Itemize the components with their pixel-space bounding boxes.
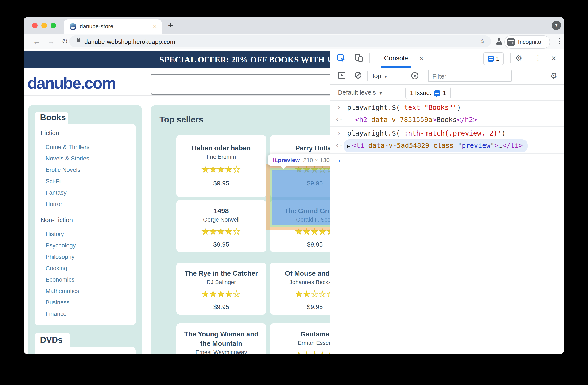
toolbar-divider: [397, 87, 397, 97]
sidebar-dvds-card: Fiction: [35, 347, 136, 354]
browser-tab[interactable]: danube-store ×: [64, 20, 162, 34]
log-levels-dropdown[interactable]: Default levels▼: [338, 84, 383, 101]
console-token: [429, 141, 433, 149]
sidebar-category-link[interactable]: Economics: [41, 274, 130, 285]
sidebar-books-tab[interactable]: Books: [35, 112, 68, 124]
product-card[interactable]: 1498Gorge Norwell★★★★★$9.95: [176, 200, 266, 252]
product-rating-stars: ★★★★★: [176, 165, 266, 174]
console-token: >: [432, 116, 436, 124]
sidebar-dvds-tab[interactable]: DVDs: [35, 333, 70, 347]
context-selector[interactable]: top▼: [373, 68, 388, 85]
sidebar-category-link[interactable]: Cooking: [41, 263, 130, 274]
toolbar-divider: [545, 71, 545, 81]
product-card[interactable]: Haben oder habenFric Eromm★★★★★$9.95: [176, 135, 266, 197]
star-filled-icon: ★: [225, 227, 233, 236]
devtools-tab-console[interactable]: Console: [379, 49, 413, 68]
clear-console-icon[interactable]: [355, 72, 361, 79]
category-sidebar: Books FictionCrime & ThrillersNovels & S…: [28, 105, 142, 354]
devtools-close-icon[interactable]: ×: [551, 49, 556, 68]
star-empty-icon: ★: [233, 290, 241, 298]
site-logo[interactable]: danube.com: [27, 74, 116, 92]
devtools-panel: Console » 1 ⚙ ⋮ × top▼: [330, 49, 564, 354]
console-result[interactable]: ‹· <h2 data-v-7851559a>Books</h2>: [330, 113, 564, 126]
console-filter-input[interactable]: [428, 70, 512, 82]
inspect-tooltip-class: .preview: [276, 157, 300, 163]
close-window-button[interactable]: [32, 23, 38, 28]
incognito-badge[interactable]: Incognito: [504, 35, 550, 48]
console-token: >: [494, 141, 498, 149]
url-input[interactable]: [84, 35, 465, 48]
tab-strip: danube-store × + ▼: [24, 17, 564, 34]
back-button[interactable]: ←: [33, 34, 41, 49]
inspect-element-icon[interactable]: [337, 54, 345, 63]
sidebar-category-link[interactable]: Sci-Fi: [41, 176, 130, 187]
console-token: Books: [436, 116, 457, 124]
star-filled-icon: ★: [210, 165, 217, 174]
experiments-flask-icon[interactable]: [496, 38, 502, 45]
product-card[interactable]: The Young Woman and the MountainErnest W…: [176, 323, 266, 354]
new-tab-button[interactable]: +: [168, 17, 173, 34]
devtools-main-toolbar: Console » 1 ⚙ ⋮ ×: [330, 49, 564, 68]
star-filled-icon: ★: [225, 290, 233, 298]
console-sidebar-toggle-icon[interactable]: [338, 72, 345, 79]
console-token: data-v-7851559a: [371, 116, 432, 124]
sidebar-category-link[interactable]: Philosophy: [41, 251, 130, 263]
sidebar-books-card: FictionCrime & ThrillersNovels & Stories…: [35, 124, 136, 325]
devtools-settings-gear-icon[interactable]: ⚙: [515, 49, 522, 68]
inspect-tooltip-arrow: [280, 165, 287, 169]
console-toolbar: top▼ ⚙: [330, 68, 564, 85]
device-toolbar-icon[interactable]: [355, 54, 363, 62]
console-token: playwright.$(: [347, 129, 400, 137]
product-author: Fric Eromm: [176, 154, 266, 160]
console-filter-bar: Default levels▼ 1 Issue: 1: [330, 84, 564, 101]
sidebar-category-link[interactable]: Novels & Stories: [41, 153, 130, 164]
forward-button[interactable]: →: [47, 34, 55, 49]
star-filled-icon: ★: [217, 227, 225, 236]
sidebar-category-link[interactable]: Finance: [41, 308, 130, 319]
console-token: ':nth-match(.preview, 2)': [400, 129, 502, 137]
console-token: </li>: [502, 141, 523, 149]
zoom-window-button[interactable]: [51, 23, 56, 28]
reload-button[interactable]: ↻: [62, 34, 68, 49]
console-token: preview: [462, 141, 490, 149]
issues-button[interactable]: 1: [483, 52, 504, 65]
console-token: …: [498, 141, 502, 149]
console-settings-gear-icon[interactable]: ⚙: [550, 68, 557, 84]
console-token: =: [454, 141, 458, 149]
hovered-result-highlight[interactable]: ▶<li data-v-5ad54829 class="preview">…</…: [344, 139, 528, 152]
tab-title: danube-store: [80, 20, 113, 34]
tab-close-icon[interactable]: ×: [153, 20, 157, 34]
screen: danube-store × + ▼ ← → ↻ ☆ Incognito ⋮: [0, 0, 588, 385]
star-empty-icon: ★: [233, 227, 241, 236]
sidebar-category-link[interactable]: Mathematics: [41, 285, 130, 297]
devtools-menu-icon[interactable]: ⋮: [534, 49, 542, 68]
more-tabs-icon[interactable]: »: [420, 49, 424, 68]
product-price: $9.95: [176, 303, 266, 310]
tab-search-chevron-icon[interactable]: ▼: [552, 21, 561, 30]
browser-menu-icon[interactable]: ⋮: [556, 34, 563, 49]
star-empty-icon: ★: [319, 290, 327, 298]
incognito-label: Incognito: [518, 36, 541, 48]
sidebar-category-link[interactable]: History: [41, 228, 130, 240]
sidebar-category-link[interactable]: Crime & Thrillers: [41, 141, 130, 153]
sidebar-category-link[interactable]: Horror: [41, 198, 130, 210]
sidebar-category-link[interactable]: Psychology: [41, 240, 130, 251]
minimize-window-button[interactable]: [41, 23, 47, 28]
product-card[interactable]: The Rye in the CatcherDJ Salinger★★★★★$9…: [176, 263, 266, 315]
issue-pill-button[interactable]: 1 Issue: 1: [405, 87, 451, 99]
sidebar-category-link[interactable]: Erotic Novels: [41, 164, 130, 176]
live-expression-eye-icon[interactable]: [411, 72, 419, 79]
expand-triangle-icon[interactable]: ▶: [347, 143, 350, 149]
toolbar-divider: [423, 71, 423, 81]
console-log[interactable]: › playwright.$('text="Books"') ‹· <h2 da…: [330, 100, 564, 354]
console-result[interactable]: ‹· ▶<li data-v-5ad54829 class="preview">…: [330, 139, 564, 152]
star-empty-icon: ★: [311, 290, 319, 298]
star-filled-icon: ★: [217, 290, 225, 298]
console-prompt[interactable]: ›: [330, 155, 564, 167]
address-bar[interactable]: ☆: [69, 35, 491, 47]
console-token: ): [457, 103, 461, 112]
bookmark-star-icon[interactable]: ☆: [479, 35, 485, 47]
sidebar-category-link[interactable]: Fantasy: [41, 187, 130, 198]
top-sellers-title: Top sellers: [159, 115, 203, 125]
sidebar-category-link[interactable]: Business: [41, 297, 130, 308]
